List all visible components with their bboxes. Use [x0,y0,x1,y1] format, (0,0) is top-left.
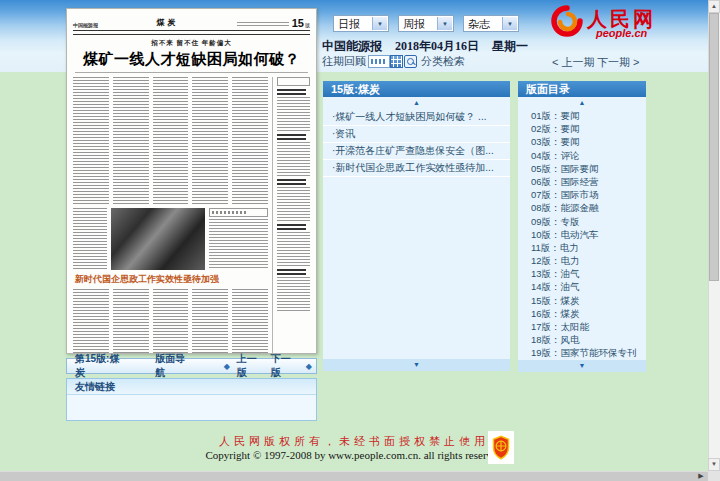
magazine-select[interactable]: 杂志 ▼ [463,15,519,32]
issue-info: 中国能源报 2018年04月16日 星期一 [322,38,538,55]
page-directory-panel: 版面目录 ▲ 01版：要闻02版：要闻03版：要闻04版：评论05版：国际要闻0… [518,81,646,372]
page: 日报 ▼ 周报 ▼ 杂志 ▼ 人民网 people.cn 中国能源报 2018年… [0,0,720,481]
sidebar-text [277,142,310,176]
sidebar-box [277,77,310,86]
directory-page-link[interactable]: 16版：煤炭 [518,307,646,320]
prev-issue-link[interactable]: < 上一期 [552,55,594,70]
body-text-columns [73,77,268,205]
directory-page-link[interactable]: 09版：专版 [518,215,646,228]
directory-page-link[interactable]: 06版：国际经营 [518,175,646,188]
sidebar-text [277,232,310,266]
current-page-label: 第15版:煤炭 [75,352,127,380]
issue-date-input[interactable] [368,55,390,68]
directory-page-link[interactable]: 07版：国际市场 [518,188,646,201]
text-column [232,77,268,205]
daily-paper-select[interactable]: 日报 ▼ [333,15,389,32]
diamond-icon: ◆ [224,362,230,371]
scroll-up-icon[interactable]: ▲ [518,97,646,109]
people-logo-domain[interactable]: people.cn [596,27,647,39]
photo-row [73,208,268,270]
paper-name: 中国能源报 [322,39,382,53]
text-column [113,77,149,205]
directory-page-link[interactable]: 11版：电力 [518,241,646,254]
people-logo-icon[interactable] [551,5,583,37]
article-kicker: 招不来 留不住 年龄偏大 [73,39,310,48]
next-page-link[interactable]: 下一版 [271,352,299,380]
page-number-block: 15 版 [237,18,310,28]
directory-page-link[interactable]: 18版：风电 [518,333,646,346]
photo-caption-column [209,208,268,270]
calendar-icon[interactable] [390,55,403,68]
directory-page-link[interactable]: 13版：油气 [518,267,646,280]
masthead-info-lines [237,22,289,26]
page-number-unit: 版 [305,22,310,28]
miner-photo [111,208,205,270]
page-navigation-bar: 第15版:煤炭 版面导航 ◆ 上一版 下一版 ◆ [66,358,317,374]
article-panel-title: 15版:煤炭 [323,81,510,97]
scrollbar-up-arrow-icon[interactable]: ▲ [708,0,720,13]
chevron-down-icon[interactable]: ▼ [372,17,387,30]
weekly-paper-select-value: 周报 [403,18,425,30]
headline-rule [75,72,308,73]
copyright-chinese: 人民网版权所有，未经书面授权禁止使用 [0,434,708,449]
horizontal-scrollbar[interactable] [0,471,708,481]
directory-panel-title: 版面目录 [518,81,646,97]
text-column [153,289,189,355]
sidebar-headline [277,134,306,140]
scroll-down-icon[interactable]: ▼ [323,359,510,371]
directory-page-link[interactable]: 08版：能源金融 [518,201,646,214]
search-icon[interactable] [404,55,417,68]
directory-page-link[interactable]: 01版：要闻 [518,109,646,122]
directory-page-link[interactable]: 05版：国际要闻 [518,162,646,175]
category-search-link[interactable]: 分类检索 [421,54,465,69]
weekly-paper-select[interactable]: 周报 ▼ [398,15,454,32]
past-issues-link[interactable]: 往期回顾 [322,54,366,69]
page-navigation-link[interactable]: 版面导航 [155,352,193,380]
text-column [73,208,107,270]
article-link[interactable]: ·煤矿一线人才短缺困局如何破？ ... [323,109,510,126]
chevron-down-icon[interactable]: ▼ [502,17,517,30]
section-name: 煤炭 [156,17,178,28]
scroll-down-icon[interactable]: ▼ [518,360,646,372]
issue-weekday: 星期一 [492,39,528,53]
directory-page-link[interactable]: 15版：煤炭 [518,294,646,307]
security-badge-icon[interactable] [488,431,514,464]
article-link[interactable]: ·资讯 [323,126,510,143]
caption-header-box [209,208,268,217]
scrollbar-corner [708,471,720,481]
masthead-title: 中国能源报 [73,22,98,28]
scrollbar-down-arrow-icon[interactable]: ▼ [708,458,720,471]
directory-page-link[interactable]: 03版：要闻 [518,135,646,148]
prev-page-link[interactable]: 上一版 [237,352,265,380]
article-link[interactable]: ·新时代国企思政工作实效性亟待加... [323,160,510,177]
directory-page-link[interactable]: 04版：评论 [518,149,646,162]
text-column [192,77,228,205]
article-list: ·煤矿一线人才短缺困局如何破？ ...·资讯·开滦范各庄矿严查隐患保安全（图..… [323,109,510,177]
directory-page-link[interactable]: 14版：油气 [518,280,646,293]
diamond-icon: ◆ [306,362,312,371]
newspaper-page-image[interactable]: 中国能源报 煤炭 15 版 招不来 留不住 年龄偏大 煤矿一线人才短缺困局如何破… [66,8,317,354]
sidebar-headline [277,224,306,230]
directory-page-link[interactable]: 02版：要闻 [518,122,646,135]
friend-links-box: 友情链接 [66,378,317,421]
directory-page-link[interactable]: 12版：电力 [518,254,646,267]
text-column [113,289,149,355]
next-issue-link[interactable]: 下一期 > [597,55,639,70]
caption-text-lines [209,219,268,268]
sidebar-headline [277,89,306,95]
sidebar-text [277,97,310,131]
directory-page-link[interactable]: 17版：太阳能 [518,320,646,333]
directory-page-link[interactable]: 19版：国家节能环保专刊 [518,346,646,359]
vertical-scrollbar-thumb[interactable] [709,13,719,281]
chevron-down-icon[interactable]: ▼ [437,17,452,30]
directory-list: 01版：要闻02版：要闻03版：要闻04版：评论05版：国际要闻06版：国际经营… [518,109,646,360]
masthead-rule [73,30,310,35]
directory-page-link[interactable]: 10版：电动汽车 [518,228,646,241]
article-list-panel: 15版:煤炭 ▲ ·煤矿一线人才短缺困局如何破？ ...·资讯·开滦范各庄矿严查… [323,81,510,371]
scrollbar-right-arrow-icon[interactable]: ▶ [694,471,708,481]
body-text-columns [73,289,268,355]
main-headline: 煤矿一线人才短缺困局如何破？ [73,50,310,69]
article-link[interactable]: ·开滦范各庄矿严查隐患保安全（图... [323,143,510,160]
page-number: 15 [292,18,304,28]
scroll-up-icon[interactable]: ▲ [323,97,510,109]
